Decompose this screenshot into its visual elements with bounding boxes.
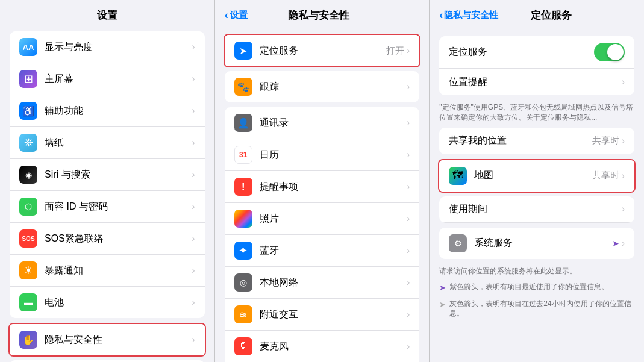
privacy-panel: ‹ 设置 隐私与安全性 ➤ 定位服务 打开 › 🐾 跟踪 › 👤 (215, 0, 430, 362)
chevron-icon: › (622, 170, 625, 181)
back-label: 设置 (230, 10, 248, 21)
chevron-icon: › (622, 136, 625, 146)
usage-period-group: 使用期间 › (439, 196, 634, 223)
item-battery[interactable]: ▬ 电池 › (10, 287, 205, 318)
legend-item-gray: ➤ 灰色箭头，表明有项目在过去24小时内使用了你的位置信息。 (430, 298, 644, 320)
back-chevron-icon: ‹ (439, 9, 443, 22)
chevron-icon: › (192, 169, 195, 180)
exposure-icon: ☀ (19, 261, 37, 279)
item-siri[interactable]: ◉ Siri 与搜索 › (10, 159, 205, 191)
legend-gray-arrow-icon: ➤ (439, 299, 446, 310)
system-desc-text: 请求访问你位置的系统服务将在此处显示。 (439, 267, 577, 275)
localnet-icon: ◎ (234, 273, 252, 292)
item-location-service[interactable]: 定位服务 (439, 36, 634, 69)
chevron-icon: › (407, 117, 410, 128)
faceid-icon: ⬡ (19, 198, 37, 216)
mic-icon: 🎙 (234, 337, 252, 355)
item-system-service[interactable]: ⚙ 系统服务 ➤ › (439, 228, 634, 259)
battery-icon: ▬ (19, 293, 37, 311)
item-photos[interactable]: 照片 › (225, 203, 420, 235)
privacy-icon: ✋ (19, 331, 37, 349)
item-share-location[interactable]: 共享我的位置 共享时 › (439, 128, 634, 154)
item-calendar2[interactable]: 31 日历 › (225, 139, 420, 171)
item-privacy[interactable]: ✋ 隐私与安全性 › (10, 324, 205, 355)
item-reminders[interactable]: ! 提醒事项 › (225, 171, 420, 203)
privacy-group1: 🐾 跟踪 › (225, 71, 420, 102)
location-label: 定位服务 (260, 45, 386, 57)
chevron-icon: › (192, 73, 195, 84)
item-contacts2[interactable]: 👤 通讯录 › (225, 107, 420, 139)
faceid-label: 面容 ID 与密码 (45, 201, 192, 213)
usage-period-label: 使用期间 (449, 203, 621, 216)
item-nearby[interactable]: ≋ 附近交互 › (225, 299, 420, 331)
siri-icon: ◉ (19, 166, 37, 184)
item-location-reminder[interactable]: 位置提醒 › (439, 69, 634, 95)
reminders-label: 提醒事项 (260, 181, 407, 193)
location-toggle[interactable] (594, 43, 625, 61)
bluetooth-label: 蓝牙 (260, 245, 407, 257)
privacy-header: ‹ 设置 隐私与安全性 (215, 0, 430, 27)
mic-label: 麦克风 (260, 340, 407, 353)
chevron-icon: › (192, 297, 195, 308)
system-service-label: 系统服务 (474, 237, 611, 249)
chevron-icon: › (407, 277, 410, 288)
home-icon: ⊞ (19, 70, 37, 88)
item-faceid[interactable]: ⬡ 面容 ID 与密码 › (10, 191, 205, 223)
system-desc: 请求访问你位置的系统服务将在此处显示。 (430, 264, 644, 281)
assist-icon: ♿ (19, 102, 37, 120)
nearby-label: 附近交互 (260, 308, 407, 321)
item-bluetooth[interactable]: ✦ 蓝牙 › (225, 235, 420, 267)
system-service-group: ⚙ 系统服务 ➤ › (439, 228, 634, 259)
location-back-label: 隐私与安全性 (444, 10, 498, 21)
map-icon: 🗺 (449, 167, 467, 185)
map-value: 共享时 (592, 170, 619, 181)
chevron-icon: › (622, 76, 625, 87)
localnet-label: 本地网络 (260, 276, 407, 289)
item-exposure[interactable]: ☀ 暴露通知 › (10, 255, 205, 287)
legend-purple-arrow-icon: ➤ (439, 282, 446, 293)
system-service-icon: ⚙ (449, 234, 467, 252)
location-back-button[interactable]: ‹ 隐私与安全性 (439, 9, 498, 22)
item-sos[interactable]: SOS SOS紧急联络 › (10, 223, 205, 255)
item-assist[interactable]: ♿ 辅助功能 › (10, 95, 205, 127)
legend-gray-text: 灰色箭头，表明有项目在过去24小时内使用了你的位置信息。 (449, 299, 634, 319)
calendar2-icon: 31 (234, 146, 252, 164)
chevron-icon: › (407, 245, 410, 256)
location-highlighted: ➤ 定位服务 打开 › (224, 34, 421, 67)
nearby-icon: ≋ (234, 305, 252, 323)
location-title-text: 定位服务 (531, 8, 572, 22)
tracking-label: 跟踪 (260, 81, 407, 93)
share-location-group: 共享我的位置 共享时 › (439, 128, 634, 154)
chevron-icon: › (407, 45, 410, 56)
item-mic[interactable]: 🎙 麦克风 › (225, 331, 420, 362)
battery-label: 电池 (45, 296, 192, 309)
chevron-icon: › (192, 201, 195, 212)
sos-label: SOS紧急联络 (45, 232, 192, 245)
location-service-group: 定位服务 位置提醒 › (439, 36, 634, 95)
privacy-back-button[interactable]: ‹ 设置 (225, 9, 248, 22)
location-service-label: 定位服务 (449, 46, 594, 58)
settings-group1: AA 显示与亮度 › ⊞ 主屏幕 › ♿ 辅助功能 › ❊ 墙纸 › ◉ Sir (10, 31, 205, 318)
share-location-value: 共享时 (592, 135, 619, 146)
chevron-icon: › (192, 233, 195, 244)
display-label: 显示与亮度 (45, 41, 192, 54)
item-usage-period[interactable]: 使用期间 › (439, 196, 634, 223)
home-label: 主屏幕 (45, 73, 192, 86)
legend-item-purple: ➤ 紫色箭头，表明有项目最近使用了你的位置信息。 (430, 281, 644, 295)
item-location[interactable]: ➤ 定位服务 打开 › (225, 35, 420, 66)
contacts2-label: 通讯录 (260, 117, 407, 130)
share-location-label: 共享我的位置 (449, 134, 592, 147)
item-home[interactable]: ⊞ 主屏幕 › (10, 63, 205, 95)
item-tracking[interactable]: 🐾 跟踪 › (225, 71, 420, 102)
item-wallpaper[interactable]: ❊ 墙纸 › (10, 127, 205, 159)
item-map[interactable]: 🗺 地图 共享时 › (439, 160, 634, 192)
tracking-icon: 🐾 (234, 78, 252, 96)
item-display[interactable]: AA 显示与亮度 › (10, 31, 205, 63)
toggle-knob (607, 44, 624, 60)
location-header: ‹ 隐私与安全性 定位服务 (430, 0, 644, 27)
item-localnet[interactable]: ◎ 本地网络 › (225, 267, 420, 299)
bluetooth-icon: ✦ (234, 242, 252, 260)
settings-content: AA 显示与亮度 › ⊞ 主屏幕 › ♿ 辅助功能 › ❊ 墙纸 › ◉ Sir (0, 27, 214, 362)
exposure-label: 暴露通知 (45, 264, 192, 277)
location-panel: ‹ 隐私与安全性 定位服务 定位服务 位置提醒 › "定位服务"使用GPS、蓝牙… (430, 0, 644, 362)
